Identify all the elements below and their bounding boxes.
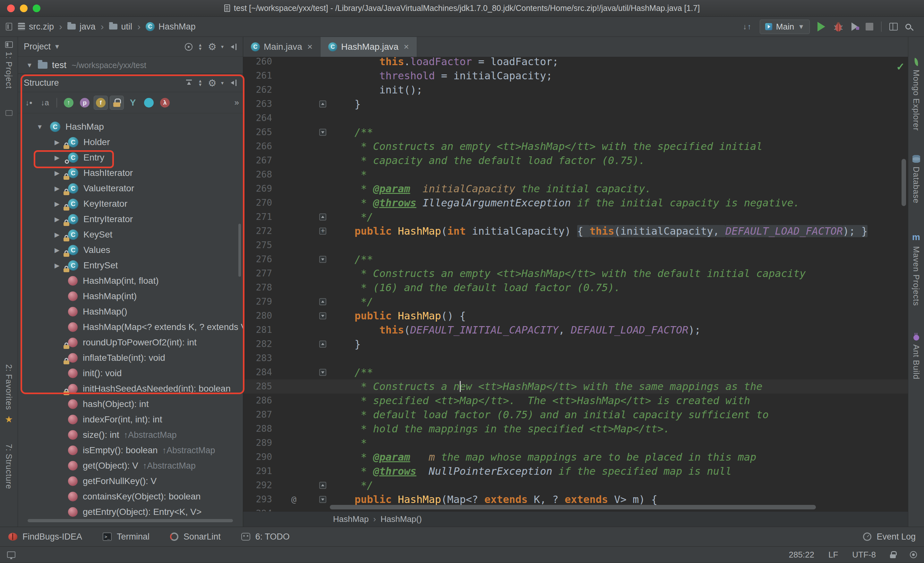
navbar-breadcrumb-src.zip[interactable]: src.zip (18, 22, 54, 32)
gutter[interactable]: 282 (243, 337, 330, 351)
navbar-breadcrumb-HashMap[interactable]: CHashMap (146, 22, 196, 32)
close-icon[interactable]: × (404, 42, 409, 52)
chevron-down-icon[interactable]: ▼ (36, 123, 50, 131)
show-inherited-icon[interactable]: ↑ (62, 96, 76, 110)
collapse-all-icon[interactable]: ▴▾ (199, 43, 201, 51)
gutter[interactable]: 270 (243, 196, 330, 210)
structure-item-getForNullKey(): V[interactable]: getForNullKey(): V (18, 473, 243, 489)
gutter[interactable]: 283 (243, 351, 330, 365)
gutter[interactable]: 277 (243, 266, 330, 281)
editor-breadcrumb-HashMap()[interactable]: HashMap() (381, 514, 422, 524)
file-encoding[interactable]: UTF-8 (852, 550, 876, 560)
gutter[interactable]: 292 (243, 478, 330, 492)
navbar-breadcrumb-util[interactable]: util (109, 22, 132, 32)
navbar-breadcrumb-java[interactable]: java (68, 22, 96, 32)
fold-marker-up[interactable] (316, 478, 330, 492)
fold-marker-down[interactable] (316, 492, 330, 506)
gutter[interactable]: 261 (243, 69, 330, 83)
gutter[interactable]: 278 (243, 281, 330, 295)
toolwindow-button-project[interactable]: 1: Project (0, 41, 18, 89)
toolwindow-button-ant[interactable]: Ant Build (908, 335, 924, 380)
structure-item-EntryIterator[interactable]: ▶CEntryIterator (18, 212, 243, 227)
search-everywhere-icon[interactable] (905, 24, 911, 30)
toolwindow-button-mongo-explorer[interactable]: Mongo Explorer (908, 58, 924, 131)
structure-item-Entry[interactable]: ▶CEntry (18, 150, 243, 165)
gutter[interactable]: 271 (243, 210, 330, 224)
fold-marker-plus[interactable] (316, 224, 330, 238)
collapse-all-icon[interactable]: ▴▾ (199, 79, 201, 87)
structure-item-inflateTable(int): void[interactable]: inflateTable(int): void (18, 350, 243, 366)
editor-tab-HashMap.java[interactable]: CHashMap.java× (321, 37, 417, 57)
fold-marker-down[interactable] (316, 365, 330, 380)
structure-item-getEntry(Object): Entry<K, V>[interactable]: getEntry(Object): Entry<K, V> (18, 504, 243, 519)
gutter[interactable]: 262 (243, 83, 330, 97)
structure-panel-title[interactable]: Structure (24, 78, 59, 88)
gutter[interactable]: 263 (243, 97, 330, 111)
event-log-button[interactable]: Event Log (863, 532, 916, 542)
structure-item-HashIterator[interactable]: ▶CHashIterator (18, 165, 243, 181)
locate-icon[interactable] (185, 43, 192, 51)
gear-icon[interactable]: ⚙ (208, 41, 217, 52)
inspection-ok-icon[interactable]: ✓ (896, 61, 905, 73)
toolwindow-button-sonarlint[interactable]: SonarLint (170, 532, 221, 542)
read-only-lock-icon[interactable] (890, 551, 896, 558)
sort-by-visibility-icon[interactable]: ↓● (22, 96, 36, 110)
gutter[interactable]: 264 (243, 111, 330, 125)
vcs-changes-icon[interactable] (744, 22, 752, 31)
structure-item-initHashSeedAsNeeded(int): boolean[interactable]: initHashSeedAsNeeded(int): boolean (18, 381, 243, 396)
fold-marker-up[interactable] (316, 295, 330, 309)
structure-item-ValueIterator[interactable]: ▶CValueIterator (18, 181, 243, 196)
project-root-row[interactable]: ▼ test ~/workspace/yxx/test (18, 57, 243, 74)
structure-horizontal-scrollbar[interactable] (28, 519, 233, 522)
gutter[interactable]: 266 (243, 139, 330, 153)
toolwindow-bars-icon[interactable] (6, 23, 12, 30)
editor-tab-Main.java[interactable]: CMain.java× (243, 37, 321, 57)
toolwindow-button-favorites[interactable]: 2: Favorites ★ (0, 364, 18, 425)
gutter[interactable]: 265 (243, 125, 330, 139)
show-fields-icon[interactable]: f (94, 96, 108, 110)
structure-item-HashMap()[interactable]: HashMap() (18, 304, 243, 319)
run-button[interactable] (818, 22, 825, 32)
toolwindow-button-database[interactable]: Database (908, 155, 924, 204)
gutter[interactable]: 288 (243, 422, 330, 436)
caret-position[interactable]: 285:22 (789, 550, 814, 560)
run-with-coverage-button[interactable] (852, 23, 858, 31)
structure-item-hash(Object): int[interactable]: hash(Object): int (18, 396, 243, 412)
structure-item-HashMap(int)[interactable]: HashMap(int) (18, 288, 243, 304)
fold-marker-down[interactable] (316, 252, 330, 266)
toolwindow-button-findbugs[interactable]: FindBugs-IDEA (8, 532, 82, 542)
close-window-button[interactable] (7, 5, 15, 12)
chevron-down-icon[interactable]: ▼ (54, 43, 60, 50)
gutter[interactable]: 284 (243, 365, 330, 380)
hide-panel-icon[interactable] (230, 79, 237, 86)
structure-item-KeySet[interactable]: ▶CKeySet (18, 227, 243, 242)
close-icon[interactable]: × (308, 42, 312, 52)
toolwindow-button-todo[interactable]: 6: TODO (241, 532, 290, 542)
toolwindow-switcher-icon[interactable] (7, 551, 15, 558)
gutter[interactable]: 276 (243, 252, 330, 266)
stop-button[interactable] (866, 23, 873, 30)
gutter[interactable]: 294 (243, 506, 330, 511)
gutter[interactable]: 279 (243, 295, 330, 309)
structure-item-roundUpToPowerOf2(int): int[interactable]: roundUpToPowerOf2(int): int (18, 335, 243, 350)
gutter[interactable]: 260 (243, 57, 330, 69)
fold-marker-up[interactable] (316, 210, 330, 224)
toolwindow-button-maven[interactable]: m Maven Projects (908, 232, 924, 306)
gutter[interactable]: 293@ (243, 492, 330, 506)
gutter[interactable]: 272 (243, 224, 330, 238)
structure-item-Values[interactable]: ▶CValues (18, 242, 243, 258)
maximize-window-button[interactable] (33, 5, 40, 12)
structure-item-containsKey(Object): boolean[interactable]: containsKey(Object): boolean (18, 489, 243, 504)
gutter[interactable]: 285 (243, 380, 330, 393)
structure-item-size(): int[interactable]: size(): int↑AbstractMap (18, 427, 243, 443)
fold-marker-down[interactable] (316, 309, 330, 323)
editor-breadcrumb-HashMap[interactable]: HashMap (333, 514, 369, 524)
structure-vertical-scrollbar[interactable] (238, 224, 241, 277)
chevron-down-icon[interactable]: ▼ (26, 62, 38, 69)
run-configuration-select[interactable]: Main ▼ (760, 20, 810, 34)
show-properties-icon[interactable]: p (78, 96, 92, 110)
show-anonymous-icon[interactable] (142, 96, 156, 110)
sort-alphabetically-icon[interactable]: ↓a (38, 96, 52, 110)
gutter[interactable]: 268 (243, 168, 330, 182)
structure-item-HashMap[interactable]: ▼CHashMap (18, 119, 243, 135)
